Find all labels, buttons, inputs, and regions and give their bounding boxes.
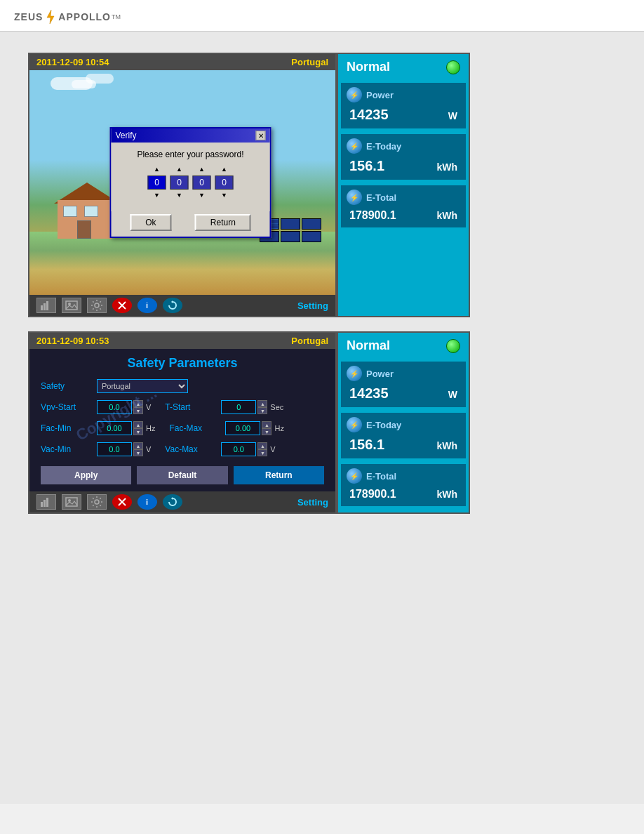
vpv-start-input[interactable] — [97, 400, 132, 414]
footer-icon-info2[interactable]: i — [137, 494, 157, 510]
pin-up-3[interactable]: ▲ — [199, 166, 205, 173]
pin-down-2[interactable]: ▼ — [176, 192, 182, 199]
house-window2 — [84, 206, 98, 217]
vac-max-unit: V — [270, 445, 275, 454]
footer-icon-image[interactable] — [62, 298, 81, 313]
vac-min-down[interactable]: ▼ — [133, 449, 143, 456]
status-panel1: Normal ⚡ Power 14235 W ⚡ E-Today — [337, 53, 470, 317]
pin-down-4[interactable]: ▼ — [221, 192, 227, 199]
pin-up-2[interactable]: ▲ — [176, 166, 182, 173]
house-door — [77, 220, 91, 239]
location2: Portugal — [291, 336, 328, 346]
vpv-start-label: Vpv-Start — [41, 402, 91, 412]
metric-etotal1: ⚡ E-Total 178900.1 kWh — [341, 185, 466, 227]
pin-input-2[interactable] — [170, 176, 189, 190]
dialog-ok-button[interactable]: Ok — [130, 214, 171, 231]
header: ZEUS APPOLLO TM — [0, 0, 644, 32]
footer-icon-settings[interactable] — [87, 298, 107, 313]
dialog-body: Please enter your password! ▲ ▼ ▲ — [112, 143, 270, 211]
fac-max-label: Fac-Max — [169, 423, 220, 433]
metric-etoday1-header: ⚡ E-Today — [347, 138, 460, 154]
footer-setting-label2: Setting — [297, 497, 328, 508]
vac-max-label: Vac-Max — [165, 444, 215, 454]
fac-max-input[interactable] — [225, 421, 260, 435]
status-normal2: Normal — [347, 338, 390, 353]
apply-button[interactable]: Apply — [41, 466, 131, 484]
vpv-start-up[interactable]: ▲ — [133, 400, 143, 407]
fac-max-up[interactable]: ▲ — [262, 421, 271, 428]
pin-input-4[interactable] — [215, 176, 234, 190]
pin-down-3[interactable]: ▼ — [199, 192, 205, 199]
etoday-unit1: kWh — [436, 161, 457, 173]
vac-max-down[interactable]: ▼ — [257, 449, 267, 456]
footer-icon-refresh2[interactable] — [163, 494, 182, 510]
house-window1 — [63, 206, 77, 217]
safety-select[interactable]: Portugal — [97, 379, 188, 393]
pin-up-1[interactable]: ▲ — [154, 166, 160, 173]
fac-min-spinner: ▲ ▼ — [133, 421, 143, 435]
etotal-label2: E-Total — [366, 471, 396, 482]
logo-appollo: APPOLLO — [58, 11, 111, 22]
t-start-spinner: ▲ ▼ — [257, 400, 267, 414]
pin-input-3[interactable] — [193, 176, 211, 190]
fac-min-up[interactable]: ▲ — [133, 421, 143, 428]
footer-icon-stats2[interactable] — [36, 494, 56, 510]
footer-icon-settings2[interactable] — [87, 494, 107, 510]
etotal-value1: 178900.1 — [349, 209, 396, 222]
footer-icon-close[interactable] — [112, 298, 132, 313]
vac-min-input[interactable] — [97, 442, 132, 456]
etoday-value-row1: 156.1 kWh — [347, 157, 460, 176]
vpv-start-control: ▲ ▼ V — [97, 400, 151, 414]
power-icon1: ⚡ — [347, 87, 362, 102]
dialog-title: Verify — [116, 131, 137, 140]
footer-icon-info[interactable]: i — [137, 298, 157, 313]
vac-min-control: ▲ ▼ V — [97, 442, 151, 456]
svg-rect-14 — [66, 498, 77, 506]
t-start-down[interactable]: ▼ — [257, 407, 267, 414]
t-start-control: ▲ ▼ Sec — [221, 400, 283, 414]
vpv-start-down[interactable]: ▼ — [133, 407, 143, 414]
footer-icon-refresh[interactable] — [163, 298, 182, 313]
status-dot1 — [446, 60, 460, 74]
pin-down-1[interactable]: ▼ — [154, 192, 160, 199]
fac-min-control: ▲ ▼ Hz — [97, 421, 155, 435]
footer-icon-image2[interactable] — [62, 494, 81, 510]
vac-max-input[interactable] — [221, 442, 256, 456]
power-value1: 14235 — [349, 107, 389, 123]
vac-max-up[interactable]: ▲ — [257, 442, 267, 449]
etotal-unit1: kWh — [436, 210, 457, 221]
metric-etoday1: ⚡ E-Today 156.1 kWh — [341, 134, 466, 180]
vac-max-control: ▲ ▼ V — [221, 442, 275, 456]
footer-icon-close2[interactable] — [112, 494, 132, 510]
vac-max-spinner: ▲ ▼ — [257, 442, 267, 456]
fac-max-down[interactable]: ▼ — [262, 428, 271, 435]
t-start-up[interactable]: ▲ — [257, 400, 267, 407]
pin-up-4[interactable]: ▲ — [221, 166, 227, 173]
fac-row: Fac-Min ▲ ▼ Hz Fac-Max ▲ — [41, 421, 324, 435]
etotal-icon2: ⚡ — [347, 468, 362, 484]
fac-min-input[interactable] — [97, 421, 132, 435]
vac-min-up[interactable]: ▲ — [133, 442, 143, 449]
default-button[interactable]: Default — [137, 466, 227, 484]
cloud3 — [72, 80, 96, 88]
dialog-close-button[interactable]: ✕ — [256, 131, 266, 140]
status-panel2: Normal ⚡ Power 14235 W ⚡ E-Today — [337, 331, 470, 514]
footer-icon-stats[interactable] — [36, 298, 56, 313]
vac-min-unit: V — [146, 445, 151, 454]
pin-input-1[interactable] — [148, 176, 166, 190]
fac-min-down[interactable]: ▼ — [133, 428, 143, 435]
power-unit1: W — [448, 110, 457, 121]
dialog-message: Please enter your password! — [120, 150, 262, 159]
panel2: 2011-12-09 10:53 Portugal Copyright ... … — [28, 331, 477, 514]
return-button[interactable]: Return — [234, 466, 324, 484]
etoday-label1: E-Today — [366, 141, 401, 152]
dialog-return-button[interactable]: Return — [195, 214, 251, 231]
pin-digit-4: ▲ ▼ — [215, 166, 234, 199]
metric-etotal2-header: ⚡ E-Total — [347, 468, 460, 484]
svg-rect-3 — [46, 301, 48, 310]
etotal-icon1: ⚡ — [347, 190, 362, 205]
metric-power2-header: ⚡ Power — [347, 366, 460, 381]
svg-rect-4 — [66, 301, 77, 310]
t-start-input[interactable] — [221, 400, 256, 414]
footer-setting-label1: Setting — [297, 300, 328, 311]
